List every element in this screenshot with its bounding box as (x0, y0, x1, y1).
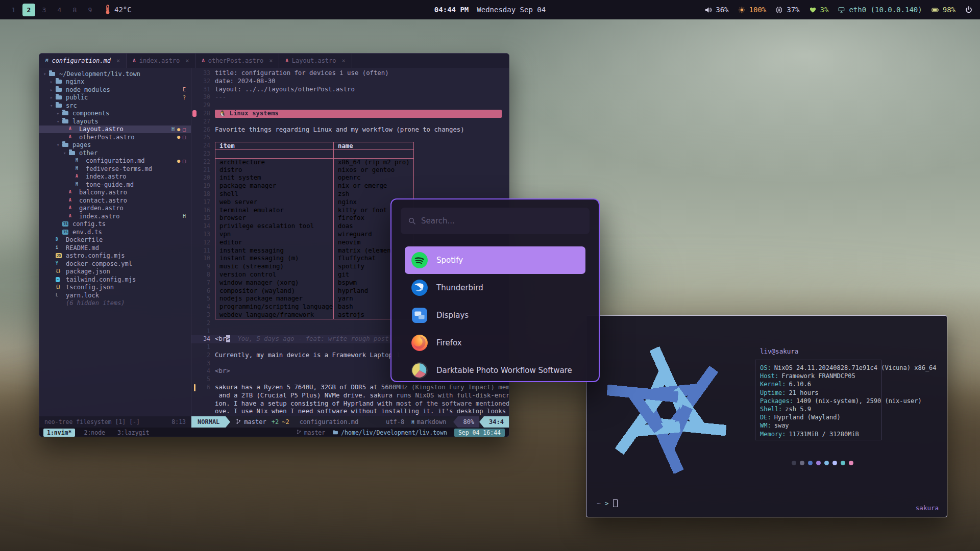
launcher-item-displays[interactable]: Displays (405, 302, 585, 329)
tree-item-components[interactable]: ▸components (39, 110, 191, 118)
markdown-table-row: version controlgit (215, 271, 414, 279)
search-input[interactable] (421, 216, 582, 226)
tree-item-package-json[interactable]: {}package.json (39, 268, 191, 276)
tmux-datetime: Sep 04 16:44 (454, 429, 505, 437)
chevron-down-icon: ▾ (57, 119, 62, 124)
editor-tab-configuration-md[interactable]: Mconfiguration.md× (39, 54, 127, 68)
tab-label: Layout.astro (292, 57, 336, 64)
sign-column (191, 222, 198, 231)
sign-column (191, 239, 198, 247)
folder-icon (56, 80, 64, 84)
tree-item-configuration-md[interactable]: Mconfiguration.md●□ (39, 157, 191, 165)
tree-item-src[interactable]: ▾src (39, 102, 191, 110)
workspace-button-4[interactable]: 4 (53, 4, 66, 16)
fetch-info-row: WM:sway (760, 421, 937, 430)
markdown-icon (411, 418, 414, 425)
launcher-item-firefox[interactable]: Firefox (405, 329, 585, 357)
launcher-item-darktable-photo-workflow-software[interactable]: Darktable Photo Workflow Software (405, 357, 585, 382)
power-button[interactable] (965, 6, 973, 14)
sign-column (191, 110, 198, 118)
tab-close-icon[interactable]: × (269, 57, 273, 64)
launcher-item-thunderbird[interactable]: Thunderbird (405, 274, 585, 302)
markdown-table-row: terminal emulatorkitty or foot (215, 207, 414, 215)
tab-close-icon[interactable]: × (342, 57, 346, 64)
git-change-sign (194, 384, 195, 391)
tmux-window-1-nvim[interactable]: 1:nvim* (43, 429, 75, 437)
statusbar-module-memory: 37% (775, 6, 799, 14)
astro-icon: A (202, 58, 204, 63)
line-number: 23 (198, 150, 215, 158)
buffer-line: 19package managernix or emerge (191, 182, 509, 190)
fetch-info-row: Kernel:6.10.6 (760, 380, 937, 388)
tree-item-badges: ●□ (177, 158, 191, 164)
tree-item-pages[interactable]: ▾pages (39, 141, 191, 149)
tree-item-yarn-lock[interactable]: Lyarn.lock (39, 291, 191, 299)
workspace-button-8[interactable]: 8 (68, 4, 81, 16)
tree-item-tailwind-config-mjs[interactable]: ~tailwind.config.mjs (39, 276, 191, 284)
launcher-item-label: Darktable Photo Workflow Software (436, 366, 572, 375)
sign-column (191, 69, 198, 78)
tree-item-config-ts[interactable]: TSconfig.ts (39, 220, 191, 229)
workspace-button-3[interactable]: 3 (38, 4, 51, 16)
tab-close-icon[interactable]: × (185, 57, 189, 64)
tab-close-icon[interactable]: × (116, 57, 120, 64)
json-icon: {} (56, 269, 64, 274)
file-glyph: A (69, 214, 71, 219)
line-number: 15 (198, 214, 215, 222)
table-cell: compositor (wayland) (215, 287, 333, 295)
workspace-button-1[interactable]: 1 (7, 4, 20, 16)
tree-item-env-d-ts[interactable]: TSenv.d.ts (39, 228, 191, 236)
tree-item-index-astro[interactable]: Aindex.astroH (39, 212, 191, 220)
shell-prompt[interactable]: ~ > (597, 499, 618, 507)
clock-date: Wednesday Sep 04 (477, 6, 546, 14)
table-cell (333, 150, 414, 158)
launcher-item-label: Thunderbird (436, 283, 483, 292)
workspace-button-9[interactable]: 9 (84, 4, 96, 16)
file-glyph: {} (56, 269, 61, 274)
tree-item-docker-compose-yml[interactable]: Ydocker-compose.yml (39, 260, 191, 268)
launcher-item-spotify[interactable]: Spotify (405, 246, 585, 274)
tree-item-readme-md[interactable]: iREADME.md (39, 244, 191, 252)
tree-item-tsconfig-json[interactable]: {}tsconfig.json (39, 284, 191, 292)
folder-open-icon (56, 104, 64, 108)
tree-item-fediverse-terms-md[interactable]: Mfediverse-terms.md (39, 165, 191, 173)
branch-name: master (244, 418, 266, 425)
tmux-window-2-node[interactable]: 2:node (80, 429, 109, 437)
tree-item-layout-astro[interactable]: ALayout.astroH●□ (39, 126, 191, 134)
sign-column (191, 375, 198, 384)
tree-item-nginx[interactable]: ▸nginx (39, 78, 191, 86)
heart-icon (809, 6, 817, 14)
tree-item-otherpost-astro[interactable]: AotherPost.astro●□ (39, 133, 191, 141)
prompt-path: ~ (597, 499, 601, 507)
launcher-search-box[interactable] (401, 208, 590, 234)
tree-item-node-modules[interactable]: ▸node_modulesE (39, 86, 191, 94)
editor-tab-layout-astro[interactable]: ALayout.astro× (279, 54, 352, 68)
tree-item-label: README.md (66, 244, 99, 252)
tree-item-dockerfile[interactable]: DDockerfile (39, 236, 191, 244)
workspace-button-2[interactable]: 2 (22, 4, 35, 16)
sign-column (191, 287, 198, 295)
table-cell: version control (215, 271, 333, 279)
sign-column (191, 166, 198, 174)
tree-item-public[interactable]: ▸public? (39, 94, 191, 102)
fetch-info-row: Uptime:21 hours (760, 389, 937, 397)
statusbar-module-brightness: 100% (738, 6, 767, 14)
tree-item-balcony-astro[interactable]: Abalcony.astro (39, 189, 191, 197)
editor-tab-otherpost-astro[interactable]: AotherPost.astro× (195, 54, 279, 68)
editor-tab-index-astro[interactable]: Aindex.astro× (127, 54, 195, 68)
line-number: 24 (198, 142, 215, 150)
status-modules: 36%100%37%3%eth0 (10.0.0.140)98% (704, 6, 955, 14)
tree-item-layouts[interactable]: ▾layouts (39, 117, 191, 126)
tmux-window-3-lazygit[interactable]: 3:lazygit (114, 429, 153, 437)
tree-item-development-liv-town[interactable]: ▾~/Development/liv.town (39, 70, 191, 78)
fetch-label: WM: (760, 422, 771, 429)
tree-item-other[interactable]: ▾other (39, 149, 191, 157)
tree-item-tone-guide-md[interactable]: Mtone-guide.md (39, 181, 191, 189)
tree-item-6-hidden-items[interactable]: (6 hidden items) (39, 299, 191, 308)
tree-item-contact-astro[interactable]: Acontact.astro (39, 196, 191, 205)
tree-item-astro-config-mjs[interactable]: JSastro.config.mjs (39, 252, 191, 260)
tree-item-garden-astro[interactable]: Agarden.astro (39, 205, 191, 213)
table-cell: browser (215, 214, 333, 222)
launcher-item-label: Firefox (436, 338, 462, 347)
tree-item-index-astro[interactable]: Aindex.astro (39, 173, 191, 181)
